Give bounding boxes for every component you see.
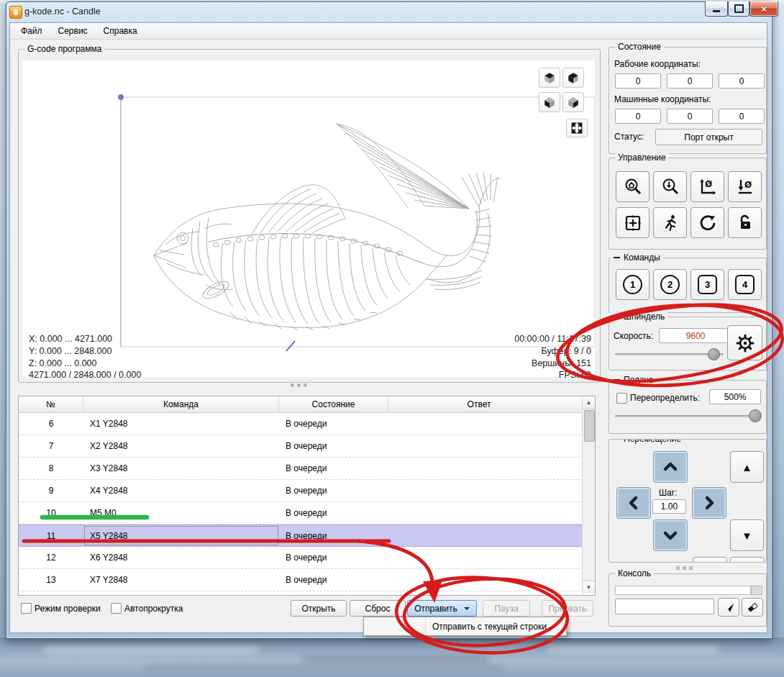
pause-button: Пауза [483,600,530,617]
jog-extra-button[interactable] [693,557,727,563]
minimize-button[interactable] [705,1,728,17]
console-scrollbar[interactable] [751,586,762,595]
jog-y-minus-button[interactable] [653,519,688,551]
command-3-icon: 3 [698,275,717,294]
z-down-icon: ▼ [742,530,752,542]
view-side-button[interactable] [562,92,584,112]
open-button[interactable]: Открыть [291,600,347,617]
step-label: Шаг: [659,488,677,498]
feed-override-field[interactable] [709,389,761,404]
menu-item-send-from-line[interactable]: Отправить с текущей строки [426,622,547,632]
machine-x-field[interactable] [615,109,661,124]
feed-override-checkbox[interactable] [616,393,627,404]
gear-icon [734,332,756,354]
col-state[interactable]: Состояние [279,396,388,412]
user-command-4-button[interactable]: 4 [728,269,762,300]
jog-z-minus-button[interactable]: ▼ [730,519,764,551]
col-command[interactable]: Команда [83,396,279,412]
status-value: Порт открыт [655,129,762,145]
console-input[interactable] [615,599,714,614]
menu-help[interactable]: Справка [96,24,145,38]
table-row[interactable]: 8X3 Y2848В очереди [19,458,595,480]
zero-xy-button[interactable]: Ø [690,171,724,202]
safe-position-button[interactable] [653,207,687,238]
feed-groupbox: Подача [608,380,767,434]
table-row[interactable]: 9X4 Y2848В очереди [19,480,595,502]
reset-arrow-icon [698,214,717,232]
work-y-field[interactable] [667,73,713,88]
unlock-button[interactable] [728,207,762,238]
console-clear-button[interactable] [742,598,763,617]
z-probe-button[interactable] [653,171,687,202]
user-command-1-button[interactable]: 1 [616,269,649,300]
reset-button[interactable]: Сброс [350,600,406,617]
menu-service[interactable]: Сервис [50,24,96,38]
view-isometric-button[interactable] [562,68,584,88]
collapse-icon[interactable] [614,439,620,440]
table-scrollbar[interactable]: ▲ ▼ [582,396,595,594]
commands-group-title: Команды [611,253,663,263]
table-row[interactable]: 12X6 Y2848В очереди [19,547,595,569]
home-button[interactable] [616,171,649,202]
work-x-field[interactable] [615,73,661,88]
cube-isometric-icon [567,71,580,84]
console-send-button[interactable] [718,598,739,617]
col-response[interactable]: Ответ [388,396,570,412]
command-4-icon: 4 [735,275,755,294]
feed-slider-handle[interactable] [749,409,762,422]
table-row[interactable]: 10M5 M0В очереди [19,502,595,524]
step-field[interactable] [652,499,686,514]
collapse-icon[interactable] [614,257,620,259]
send-button[interactable]: Отправить [407,600,477,617]
zero-xy-icon: Ø [698,178,717,196]
reset-button-icon-btn[interactable] [690,207,724,238]
autoscroll-checkbox[interactable] [111,603,122,614]
work-z-field[interactable] [719,73,765,88]
restore-origin-button[interactable] [616,207,649,238]
zero-z-button[interactable]: Ø [728,171,762,202]
jog-x-plus-button[interactable] [692,487,726,519]
maximize-button[interactable] [728,1,749,17]
machine-z-field[interactable] [719,109,765,124]
user-command-2-button[interactable]: 2 [653,269,687,300]
table-row[interactable]: 6X1 Y2848В очереди [19,413,595,435]
paper-plane-icon [723,601,735,614]
table-row[interactable]: 13X7 Y2848В очереди [19,569,595,591]
feed-override-slider[interactable] [615,415,759,417]
user-command-3-button[interactable]: 3 [690,269,724,300]
autoscroll-label: Автопрокрутка [124,604,183,614]
jog-x-minus-button[interactable] [616,487,651,519]
col-number[interactable]: № [19,396,83,412]
jog-extra-button[interactable] [730,557,765,563]
menu-file[interactable]: Файл [13,24,50,38]
jog-z-plus-button[interactable]: ▲ [730,451,764,483]
table-row[interactable]: 7X2 Y2848В очереди [19,435,595,458]
jog-group-title: Перемещение [611,439,684,444]
scroll-up-icon[interactable]: ▲ [583,396,595,409]
collapse-icon[interactable] [614,316,620,318]
table-row[interactable]: 14X8 Y2848В очереди [19,591,595,596]
svg-text:Ø: Ø [705,179,712,189]
feed-override-label: Переопределить: [630,393,700,403]
collapse-icon[interactable] [614,379,620,381]
spindle-slider-handle[interactable] [708,348,720,360]
scrollbar-thumb[interactable] [584,410,595,442]
panel-splitter-handle[interactable] [676,566,693,570]
close-button[interactable]: × [749,1,778,17]
splitter-handle[interactable] [291,383,307,387]
vertices-label: Вершины: 151 [447,358,591,370]
spindle-speed-field[interactable] [659,328,732,343]
check-mode-checkbox[interactable] [21,603,32,614]
fit-view-button[interactable] [566,119,588,137]
spindle-toggle-button[interactable] [727,325,762,360]
control-group-title: Управление [615,153,669,163]
scroll-down-icon[interactable]: ▼ [583,581,595,594]
view-front-button[interactable] [539,92,560,112]
console-output[interactable] [615,586,751,595]
table-row-selected[interactable]: 11X5 Y2848В очереди [19,524,595,547]
jog-y-plus-button[interactable] [653,451,688,483]
work-coords-label: Рабочие координаты: [614,59,701,69]
send-dropdown-arrow-icon[interactable] [464,607,470,610]
machine-y-field[interactable] [667,109,713,124]
view-top-button[interactable] [539,68,560,88]
